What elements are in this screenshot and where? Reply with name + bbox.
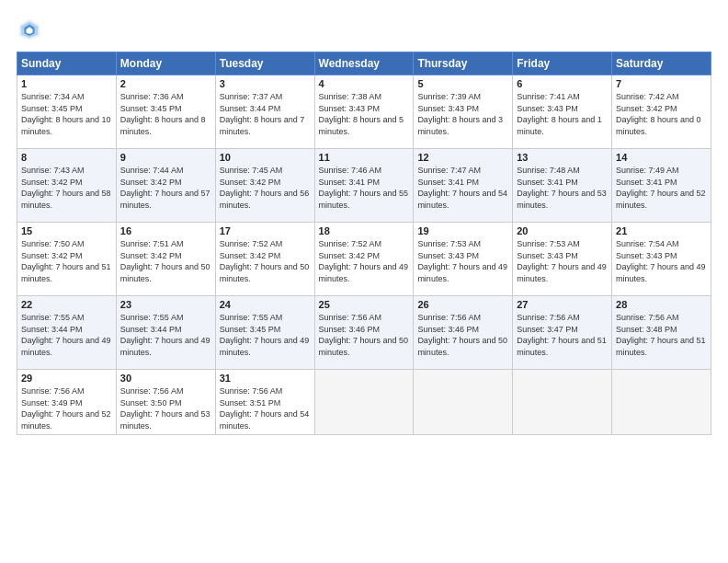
day-info: Sunrise: 7:37 AM Sunset: 3:44 PM Dayligh…: [220, 91, 311, 137]
day-info: Sunrise: 7:39 AM Sunset: 3:43 PM Dayligh…: [417, 91, 508, 137]
calendar-cell: 20Sunrise: 7:53 AM Sunset: 3:43 PM Dayli…: [513, 223, 612, 296]
calendar-header-row: SundayMondayTuesdayWednesdayThursdayFrid…: [17, 52, 711, 75]
calendar-cell: 21Sunrise: 7:54 AM Sunset: 3:43 PM Dayli…: [612, 223, 711, 296]
day-info: Sunrise: 7:56 AM Sunset: 3:46 PM Dayligh…: [319, 312, 410, 358]
calendar-cell: 18Sunrise: 7:52 AM Sunset: 3:42 PM Dayli…: [314, 223, 414, 296]
day-number: 3: [220, 78, 311, 89]
calendar-row-2: 8Sunrise: 7:43 AM Sunset: 3:42 PM Daylig…: [17, 149, 711, 223]
day-info: Sunrise: 7:34 AM Sunset: 3:45 PM Dayligh…: [21, 91, 112, 137]
day-number: 26: [417, 299, 508, 310]
day-number: 8: [21, 152, 112, 163]
day-number: 31: [220, 373, 311, 384]
calendar-row-5: 29Sunrise: 7:56 AM Sunset: 3:49 PM Dayli…: [17, 370, 711, 435]
day-number: 12: [417, 152, 508, 163]
column-header-tuesday: Tuesday: [215, 52, 314, 75]
calendar-table: SundayMondayTuesdayWednesdayThursdayFrid…: [17, 52, 711, 435]
calendar-cell: 28Sunrise: 7:56 AM Sunset: 3:48 PM Dayli…: [612, 296, 711, 370]
day-number: 11: [319, 152, 410, 163]
calendar-cell: 3Sunrise: 7:37 AM Sunset: 3:44 PM Daylig…: [215, 75, 314, 149]
header: [17, 17, 711, 42]
calendar-cell: 25Sunrise: 7:56 AM Sunset: 3:46 PM Dayli…: [314, 296, 414, 370]
day-info: Sunrise: 7:56 AM Sunset: 3:48 PM Dayligh…: [616, 312, 707, 358]
day-info: Sunrise: 7:56 AM Sunset: 3:50 PM Dayligh…: [120, 385, 211, 431]
day-number: 25: [319, 299, 410, 310]
day-number: 17: [220, 225, 311, 236]
day-info: Sunrise: 7:38 AM Sunset: 3:43 PM Dayligh…: [319, 91, 410, 137]
day-number: 28: [616, 299, 707, 310]
column-header-saturday: Saturday: [612, 52, 711, 75]
calendar-cell: [414, 370, 513, 435]
calendar-cell: 13Sunrise: 7:48 AM Sunset: 3:41 PM Dayli…: [513, 149, 612, 223]
day-info: Sunrise: 7:46 AM Sunset: 3:41 PM Dayligh…: [319, 165, 410, 211]
day-number: 7: [616, 78, 707, 89]
calendar-cell: [314, 370, 414, 435]
page: SundayMondayTuesdayWednesdayThursdayFrid…: [0, 0, 728, 563]
calendar-cell: 19Sunrise: 7:53 AM Sunset: 3:43 PM Dayli…: [414, 223, 513, 296]
calendar-cell: 5Sunrise: 7:39 AM Sunset: 3:43 PM Daylig…: [414, 75, 513, 149]
calendar-cell: 16Sunrise: 7:51 AM Sunset: 3:42 PM Dayli…: [116, 223, 215, 296]
calendar-cell: 26Sunrise: 7:56 AM Sunset: 3:46 PM Dayli…: [414, 296, 513, 370]
day-number: 5: [417, 78, 508, 89]
day-info: Sunrise: 7:56 AM Sunset: 3:51 PM Dayligh…: [220, 385, 311, 431]
day-number: 19: [417, 225, 508, 236]
calendar-cell: 24Sunrise: 7:55 AM Sunset: 3:45 PM Dayli…: [215, 296, 314, 370]
calendar-cell: 30Sunrise: 7:56 AM Sunset: 3:50 PM Dayli…: [116, 370, 215, 435]
day-info: Sunrise: 7:42 AM Sunset: 3:42 PM Dayligh…: [616, 91, 707, 137]
day-info: Sunrise: 7:43 AM Sunset: 3:42 PM Dayligh…: [21, 165, 112, 211]
day-number: 2: [120, 78, 211, 89]
calendar-cell: 2Sunrise: 7:36 AM Sunset: 3:45 PM Daylig…: [116, 75, 215, 149]
day-number: 14: [616, 152, 707, 163]
day-number: 10: [220, 152, 311, 163]
calendar-cell: 11Sunrise: 7:46 AM Sunset: 3:41 PM Dayli…: [314, 149, 414, 223]
calendar-cell: 22Sunrise: 7:55 AM Sunset: 3:44 PM Dayli…: [17, 296, 117, 370]
logo: [17, 17, 46, 42]
calendar-row-1: 1Sunrise: 7:34 AM Sunset: 3:45 PM Daylig…: [17, 75, 711, 149]
calendar-cell: 17Sunrise: 7:52 AM Sunset: 3:42 PM Dayli…: [215, 223, 314, 296]
column-header-sunday: Sunday: [17, 52, 117, 75]
calendar-cell: 31Sunrise: 7:56 AM Sunset: 3:51 PM Dayli…: [215, 370, 314, 435]
day-info: Sunrise: 7:36 AM Sunset: 3:45 PM Dayligh…: [120, 91, 211, 137]
day-number: 13: [517, 152, 608, 163]
day-number: 15: [21, 225, 112, 236]
day-number: 22: [21, 299, 112, 310]
calendar-cell: 14Sunrise: 7:49 AM Sunset: 3:41 PM Dayli…: [612, 149, 711, 223]
day-number: 30: [120, 373, 211, 384]
column-header-friday: Friday: [513, 52, 612, 75]
calendar-cell: [513, 370, 612, 435]
day-info: Sunrise: 7:56 AM Sunset: 3:46 PM Dayligh…: [417, 312, 508, 358]
day-number: 21: [616, 225, 707, 236]
day-info: Sunrise: 7:55 AM Sunset: 3:44 PM Dayligh…: [21, 312, 112, 358]
day-number: 1: [21, 78, 112, 89]
calendar-cell: 23Sunrise: 7:55 AM Sunset: 3:44 PM Dayli…: [116, 296, 215, 370]
calendar-cell: 29Sunrise: 7:56 AM Sunset: 3:49 PM Dayli…: [17, 370, 117, 435]
day-number: 4: [319, 78, 410, 89]
calendar-row-4: 22Sunrise: 7:55 AM Sunset: 3:44 PM Dayli…: [17, 296, 711, 370]
logo-icon: [17, 17, 42, 42]
calendar-cell: 4Sunrise: 7:38 AM Sunset: 3:43 PM Daylig…: [314, 75, 414, 149]
calendar-cell: 8Sunrise: 7:43 AM Sunset: 3:42 PM Daylig…: [17, 149, 117, 223]
day-info: Sunrise: 7:51 AM Sunset: 3:42 PM Dayligh…: [120, 238, 211, 284]
day-info: Sunrise: 7:49 AM Sunset: 3:41 PM Dayligh…: [616, 165, 707, 211]
day-number: 20: [517, 225, 608, 236]
day-number: 24: [220, 299, 311, 310]
calendar-cell: 27Sunrise: 7:56 AM Sunset: 3:47 PM Dayli…: [513, 296, 612, 370]
day-info: Sunrise: 7:50 AM Sunset: 3:42 PM Dayligh…: [21, 238, 112, 284]
calendar-cell: 15Sunrise: 7:50 AM Sunset: 3:42 PM Dayli…: [17, 223, 117, 296]
calendar-cell: 7Sunrise: 7:42 AM Sunset: 3:42 PM Daylig…: [612, 75, 711, 149]
day-info: Sunrise: 7:53 AM Sunset: 3:43 PM Dayligh…: [517, 238, 608, 284]
calendar-cell: 6Sunrise: 7:41 AM Sunset: 3:43 PM Daylig…: [513, 75, 612, 149]
day-info: Sunrise: 7:56 AM Sunset: 3:49 PM Dayligh…: [21, 385, 112, 431]
calendar-cell: [612, 370, 711, 435]
day-info: Sunrise: 7:55 AM Sunset: 3:44 PM Dayligh…: [120, 312, 211, 358]
column-header-monday: Monday: [116, 52, 215, 75]
day-info: Sunrise: 7:53 AM Sunset: 3:43 PM Dayligh…: [417, 238, 508, 284]
calendar-cell: 9Sunrise: 7:44 AM Sunset: 3:42 PM Daylig…: [116, 149, 215, 223]
day-number: 27: [517, 299, 608, 310]
calendar-cell: 12Sunrise: 7:47 AM Sunset: 3:41 PM Dayli…: [414, 149, 513, 223]
day-info: Sunrise: 7:56 AM Sunset: 3:47 PM Dayligh…: [517, 312, 608, 358]
day-number: 16: [120, 225, 211, 236]
day-number: 9: [120, 152, 211, 163]
column-header-thursday: Thursday: [414, 52, 513, 75]
day-info: Sunrise: 7:47 AM Sunset: 3:41 PM Dayligh…: [417, 165, 508, 211]
calendar-cell: 10Sunrise: 7:45 AM Sunset: 3:42 PM Dayli…: [215, 149, 314, 223]
